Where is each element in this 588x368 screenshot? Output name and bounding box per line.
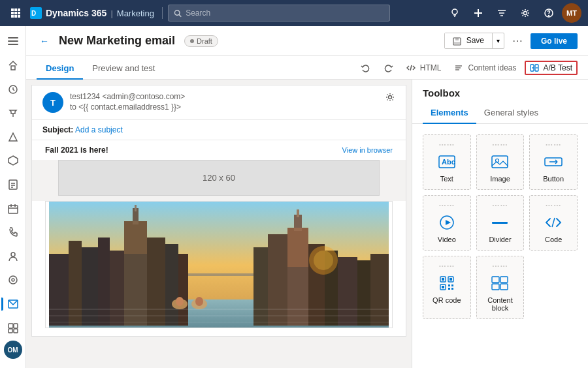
org-avatar[interactable]: OM [4, 341, 22, 359]
more-options-button[interactable]: ⋯ [508, 32, 527, 50]
go-live-button[interactable]: Go live [531, 33, 578, 49]
svg-rect-27 [11, 66, 15, 70]
lightbulb-icon[interactable] [444, 3, 465, 23]
sidebar-calendar-icon[interactable] [1, 197, 25, 220]
html-label: HTML [420, 63, 442, 72]
toolbox-item-divider[interactable]: •••••• Divider [476, 195, 525, 251]
svg-point-13 [452, 9, 457, 14]
sidebar-home-icon[interactable] [1, 54, 25, 77]
sidebar-content-icon[interactable] [1, 174, 25, 196]
app-launcher-button[interactable] [7, 4, 25, 22]
toolbox-title: Toolbox [412, 80, 588, 99]
svg-rect-97 [492, 156, 508, 168]
toolbox-item-image[interactable]: •••••• Image [476, 134, 525, 190]
sidebar-email-icon[interactable] [1, 293, 25, 316]
content-ideas-label: Content ideas [468, 63, 516, 72]
svg-rect-114 [448, 288, 450, 290]
sidebar-pinned-icon[interactable] [1, 102, 25, 125]
content-ideas-button[interactable]: Content ideas [449, 61, 521, 74]
svg-rect-84 [287, 228, 308, 267]
sidebar-menu-icon[interactable] [1, 30, 25, 53]
tab-preview-test[interactable]: Preview and test [83, 63, 164, 80]
svg-point-42 [12, 279, 14, 281]
qr-tool-label: QR code [433, 296, 461, 304]
svg-line-51 [410, 65, 412, 70]
sender-avatar: T [42, 92, 63, 113]
email-placeholder-image[interactable]: 120 x 60 [58, 160, 380, 196]
ab-test-button[interactable]: A/B Test [525, 61, 578, 75]
email-settings-icon[interactable] [385, 92, 395, 102]
sidebar-phone-icon[interactable] [1, 221, 25, 244]
sidebar-insights-icon[interactable] [1, 269, 25, 292]
svg-rect-65 [98, 238, 110, 326]
html-button[interactable]: HTML [401, 61, 447, 74]
svg-rect-78 [297, 209, 299, 217]
user-avatar[interactable]: MT [562, 3, 581, 23]
brand-logo: D Dynamics 365 | Marketing [30, 7, 163, 19]
text-tool-icon: Abc [438, 153, 456, 171]
code-tool-label: Code [545, 236, 562, 243]
filter-icon[interactable] [491, 3, 512, 23]
qr-tool-icon [438, 274, 456, 292]
page-header: ← New Marketing email Draft Save [26, 26, 588, 56]
sidebar-templates-icon[interactable] [1, 316, 25, 339]
subject-placeholder[interactable]: Add a subject [75, 125, 123, 134]
view-in-browser-link[interactable]: View in browser [342, 146, 393, 154]
video-tool-label: Video [438, 236, 456, 243]
sender-name: test1234 [70, 92, 100, 101]
toolbox-tab-general-styles[interactable]: General styles [476, 104, 546, 124]
drag-dots-qr: •••••• [439, 263, 455, 269]
email-to: to <{{ contact.emailaddress1 }}> [70, 102, 378, 112]
redo-button[interactable] [378, 61, 399, 75]
sidebar-segments-icon[interactable] [1, 149, 25, 172]
svg-point-59 [389, 96, 392, 99]
tab-design[interactable]: Design [37, 63, 83, 80]
toolbox-item-video[interactable]: •••••• Video [423, 195, 471, 251]
svg-rect-83 [370, 254, 389, 326]
undo-button[interactable] [355, 61, 376, 75]
settings-icon[interactable] [515, 3, 536, 23]
app-name-label: Marketing [117, 8, 154, 18]
svg-text:Abc: Abc [442, 158, 455, 166]
svg-rect-63 [69, 241, 82, 326]
toolbox-item-qr[interactable]: •••••• [423, 256, 471, 319]
svg-rect-2 [18, 8, 20, 11]
search-box[interactable] [168, 5, 390, 22]
toolbox-item-content-block[interactable]: •••••• Content block [476, 256, 525, 319]
toolbox-item-text[interactable]: •••••• Abc Text [423, 134, 471, 190]
svg-rect-1 [14, 8, 17, 11]
drag-dots-video: •••••• [439, 202, 455, 208]
toolbox-panel: Toolbox Elements General styles •••••• [412, 80, 588, 368]
image-tool-icon [491, 153, 509, 171]
tab-actions: HTML Content ideas A/B Test [355, 61, 578, 79]
add-icon[interactable] [468, 3, 489, 23]
divider-tool-icon [491, 213, 509, 232]
help-icon[interactable] [538, 3, 559, 23]
svg-rect-44 [8, 324, 13, 328]
drag-dots-text: •••••• [439, 142, 455, 147]
back-button[interactable]: ← [37, 33, 52, 49]
toolbox-item-code[interactable]: •••••• Code [529, 195, 578, 251]
email-header-section: T test1234 <admin@contoso.com> to <{{ co… [31, 85, 406, 140]
toolbox-tab-elements[interactable]: Elements [423, 104, 476, 124]
svg-rect-47 [14, 329, 18, 333]
svg-rect-109 [449, 278, 452, 281]
svg-rect-71 [165, 244, 178, 326]
email-hero-image[interactable] [45, 201, 393, 328]
email-header-bar: Fall 2021 is here! View in browser [32, 140, 406, 160]
save-dropdown-button[interactable]: ▾ [493, 35, 504, 47]
email-meta: test1234 <admin@contoso.com> to <{{ cont… [70, 92, 378, 112]
divider-tool-label: Divider [489, 236, 511, 243]
sidebar-contacts-icon[interactable] [1, 245, 25, 268]
sender-email: <admin@contoso.com> [102, 92, 185, 101]
sidebar-recent-icon[interactable] [1, 78, 25, 100]
toolbox-item-button[interactable]: •••••• Button [529, 134, 578, 190]
svg-rect-62 [49, 254, 69, 326]
sidebar-campaigns-icon[interactable] [1, 125, 25, 148]
save-icon [453, 37, 461, 46]
search-input[interactable] [186, 8, 384, 18]
svg-rect-3 [11, 12, 14, 14]
save-button[interactable]: Save [445, 33, 493, 48]
redo-icon [384, 63, 393, 73]
content-block-tool-icon [491, 274, 509, 292]
